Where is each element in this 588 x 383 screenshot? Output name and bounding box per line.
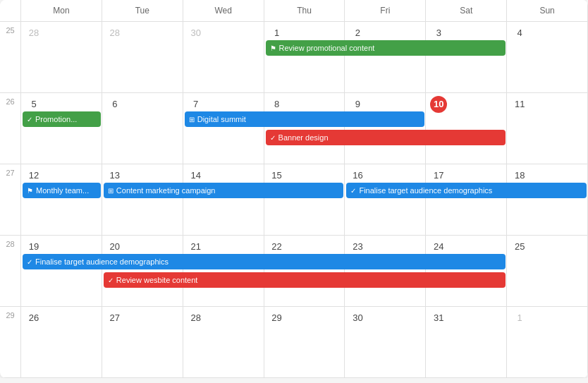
week-num: 27 bbox=[0, 164, 21, 235]
grid-icon: ⊞ bbox=[108, 187, 114, 195]
week-row-29: 292627282930311 bbox=[0, 307, 588, 378]
day-cell: 24 bbox=[426, 236, 507, 306]
day-number: 23 bbox=[349, 238, 366, 255]
event-label: Review wesbite content bbox=[116, 276, 198, 284]
day-number: 18 bbox=[511, 167, 528, 184]
event-bar[interactable]: ✓Banner design bbox=[266, 130, 506, 145]
day-number: 22 bbox=[269, 238, 286, 255]
check-icon: ✓ bbox=[27, 116, 32, 123]
day-cell: 1 bbox=[264, 22, 345, 92]
day-number: 16 bbox=[349, 167, 366, 184]
day-cell: 3 bbox=[426, 22, 507, 92]
day-cell: 18 bbox=[507, 164, 588, 235]
day-number: 28 bbox=[188, 310, 204, 327]
day-number: 28 bbox=[25, 25, 42, 42]
event-bar[interactable]: ✓Promotion... bbox=[23, 111, 101, 127]
day-number: 6 bbox=[106, 96, 123, 113]
day-number: 30 bbox=[349, 310, 366, 327]
day-cell: 28 bbox=[21, 22, 102, 92]
day-number: 25 bbox=[511, 238, 528, 255]
event-bar[interactable]: ⊞Digital summit bbox=[185, 111, 425, 127]
day-number: 24 bbox=[430, 238, 447, 255]
day-cell: 30 bbox=[183, 22, 264, 92]
day-number: 31 bbox=[430, 310, 447, 327]
event-label: Finalise target audience demographics bbox=[35, 257, 169, 266]
day-cell: 26 bbox=[21, 307, 102, 377]
day-cell: 28 bbox=[183, 307, 264, 377]
day-cell: 16 bbox=[345, 164, 426, 235]
day-header-mon: Mon bbox=[21, 0, 102, 21]
day-number: 5 bbox=[25, 96, 42, 113]
day-number: 28 bbox=[106, 25, 123, 42]
day-cell: 8 bbox=[264, 93, 345, 164]
calendar: MonTueWedThuFriSatSun 252828301234⚑Revie… bbox=[0, 0, 588, 378]
week-row-26: 26567891011✓Promotion...⊞Digital summit✓… bbox=[0, 93, 588, 164]
day-cell: 13 bbox=[102, 164, 183, 235]
day-number: 3 bbox=[430, 25, 447, 42]
day-header-sun: Sun bbox=[507, 0, 588, 21]
event-label: Content marketing campaign bbox=[116, 186, 216, 195]
check-icon: ✓ bbox=[27, 258, 32, 266]
calendar-header: MonTueWedThuFriSatSun bbox=[0, 0, 588, 22]
event-label: Digital summit bbox=[197, 115, 246, 123]
day-cell: 11 bbox=[507, 93, 588, 164]
day-header-sat: Sat bbox=[426, 0, 507, 21]
day-cell: 23 bbox=[345, 236, 426, 306]
grid-icon: ⊞ bbox=[189, 116, 195, 123]
day-cell: 2 bbox=[345, 22, 426, 92]
day-number: 26 bbox=[25, 310, 42, 327]
day-cell: 21 bbox=[183, 236, 264, 306]
day-cell: 22 bbox=[264, 236, 345, 306]
day-number: 27 bbox=[106, 310, 123, 327]
day-cell: 9 bbox=[345, 93, 426, 164]
day-number: 2 bbox=[349, 25, 366, 42]
day-cell: 20 bbox=[102, 236, 183, 306]
week-num: 25 bbox=[0, 22, 21, 92]
week-num: 28 bbox=[0, 236, 21, 306]
check-icon: ✓ bbox=[270, 134, 276, 142]
day-cell: 6 bbox=[102, 93, 183, 164]
event-bar[interactable]: ✓Review wesbite content bbox=[104, 272, 506, 288]
day-number: 21 bbox=[188, 238, 204, 255]
event-label: Monthly team... bbox=[36, 186, 89, 195]
flag-icon: ⚑ bbox=[27, 187, 33, 195]
day-number: 11 bbox=[511, 96, 528, 113]
day-number: 10 bbox=[430, 96, 447, 113]
day-cell: 28 bbox=[102, 22, 183, 92]
day-number: 13 bbox=[106, 167, 123, 184]
event-label: Promotion... bbox=[35, 115, 77, 123]
day-number: 17 bbox=[430, 167, 447, 184]
check-icon: ✓ bbox=[108, 276, 114, 284]
day-cell: 15 bbox=[264, 164, 345, 235]
event-bar[interactable]: ⚑Monthly team... bbox=[23, 183, 101, 198]
day-number: 9 bbox=[349, 96, 366, 113]
day-number: 1 bbox=[511, 310, 528, 327]
day-number: 20 bbox=[106, 238, 123, 255]
day-cell: 12 bbox=[21, 164, 102, 235]
day-header-tue: Tue bbox=[102, 0, 183, 21]
event-bar[interactable]: ✓Finalise target audience demographics bbox=[23, 254, 506, 269]
day-cell: 10 bbox=[426, 93, 507, 164]
day-number: 7 bbox=[188, 96, 204, 113]
day-number: 1 bbox=[269, 25, 286, 42]
event-bar[interactable]: ✓Finalise target audience demographics bbox=[346, 183, 587, 198]
day-header-thu: Thu bbox=[264, 0, 345, 21]
day-cell: 25 bbox=[507, 236, 588, 306]
day-header-wed: Wed bbox=[183, 0, 264, 21]
day-cell: 1 bbox=[507, 307, 588, 377]
day-cell: 14 bbox=[183, 164, 264, 235]
event-bar[interactable]: ⊞Content marketing campaign bbox=[104, 183, 344, 198]
day-number: 15 bbox=[269, 167, 286, 184]
day-cell: 4 bbox=[507, 22, 588, 92]
day-number: 19 bbox=[25, 238, 42, 255]
day-cell: 5 bbox=[21, 93, 102, 164]
day-cell: 7 bbox=[183, 93, 264, 164]
day-header-fri: Fri bbox=[345, 0, 426, 21]
event-bar[interactable]: ⚑Review promotional content bbox=[266, 40, 506, 56]
week-num: 29 bbox=[0, 307, 21, 377]
flag-icon: ⚑ bbox=[270, 44, 276, 52]
day-number: 30 bbox=[188, 25, 204, 42]
day-cell: 17 bbox=[426, 164, 507, 235]
day-cell: 27 bbox=[102, 307, 183, 377]
event-label: Finalise target audience demographics bbox=[359, 186, 492, 195]
